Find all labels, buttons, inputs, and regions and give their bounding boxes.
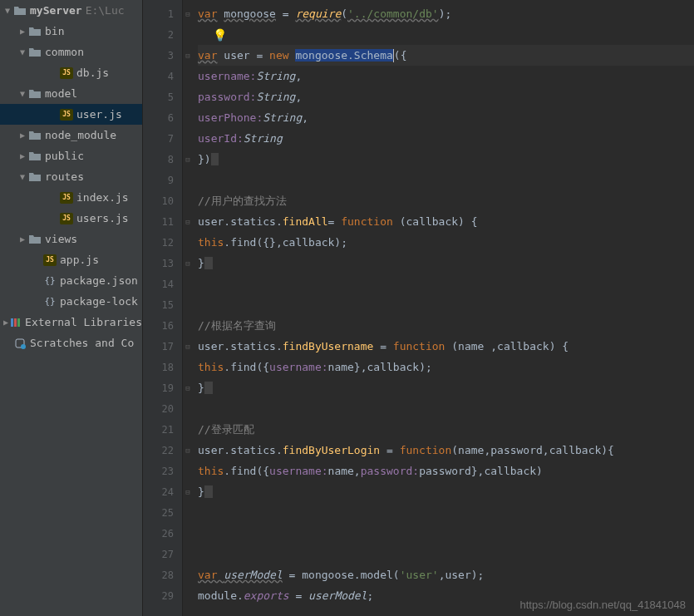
tree-root[interactable]: ▼ myServer E:\Luc [0,0,142,21]
line-number: 9 [143,170,182,190]
tree-item-package-json[interactable]: {}package.json [0,270,142,291]
fold-icon[interactable]: ⊟ [183,3,193,24]
svg-rect-0 [11,318,13,327]
tree-item-model[interactable]: ▼model [0,83,142,104]
line-number: 4 [143,66,182,86]
line-number: 25 [143,502,182,523]
code-line[interactable]: 💡 [198,24,694,45]
code-line[interactable]: //用户的查找方法 [198,190,694,211]
js-file-icon: JS [60,212,73,225]
chevron-down-icon[interactable]: ▼ [17,89,28,98]
scratches-label: Scratches and Co [30,337,134,349]
line-number-gutter: 1234567891011121314151617181920212223242… [143,0,183,616]
tree-item-label: public [45,150,84,162]
code-line[interactable]: this.find({username:name},callback); [198,357,694,377]
tree-item-label: views [45,233,77,245]
tree-item-views[interactable]: ▶views [0,229,142,249]
fold-gutter[interactable]: ⊟ ⊟ ⊟ ⊟ ⊟ ⊟ ⊟ ⊟ ⊟ [183,0,193,616]
code-line[interactable]: password:String, [198,86,694,107]
line-number: 16 [143,315,182,336]
code-content[interactable]: var mongoose = require('../common/db'); … [193,0,694,616]
fold-end-icon[interactable]: ⊟ [183,481,193,502]
tree-root-path: E:\Luc [86,4,125,17]
code-line[interactable]: userId:String [198,128,694,149]
fold-end-icon[interactable]: ⊟ [183,253,193,274]
code-line[interactable]: username:String, [198,66,694,86]
fold-icon[interactable]: ⊟ [183,45,193,66]
chevron-right-icon[interactable]: ▶ [17,27,28,36]
code-line[interactable]: user.statics.findByUsername = function (… [198,336,694,357]
code-line[interactable] [198,274,694,294]
line-number: 28 [143,564,182,585]
tree-item-app-js[interactable]: JSapp.js [0,249,142,270]
code-line[interactable] [198,294,694,315]
project-tree[interactable]: ▼ myServer E:\Luc ▶bin▼commonJSdb.js▼mod… [0,0,143,616]
svg-rect-2 [17,318,20,327]
code-line[interactable]: } [198,481,694,502]
code-line[interactable] [198,544,694,564]
code-line[interactable]: var user = new mongoose.Schema({ [198,45,694,66]
tree-item-routes[interactable]: ▼routes [0,166,142,187]
tree-item-users-js[interactable]: JSusers.js [0,208,142,229]
code-line[interactable]: }) [198,149,694,170]
code-line[interactable]: var userModel = mongoose.model('user',us… [198,564,694,585]
chevron-down-icon[interactable]: ▼ [17,172,28,181]
chevron-right-icon[interactable]: ▶ [17,131,28,140]
fold-icon[interactable]: ⊟ [183,336,193,357]
line-number: 21 [143,419,182,440]
tree-item-user-js[interactable]: JSuser.js [0,104,142,125]
line-number: 11 [143,211,182,232]
code-editor[interactable]: 1234567891011121314151617181920212223242… [143,0,694,616]
fold-icon[interactable]: ⊟ [183,211,193,232]
tree-item-db-js[interactable]: JSdb.js [0,62,142,83]
folder-icon [28,233,42,246]
code-line[interactable] [198,398,694,419]
tree-item-label: common [45,46,84,58]
tree-item-label: package-lock [60,295,138,308]
code-line[interactable]: var mongoose = require('../common/db'); [198,3,694,24]
chevron-down-icon[interactable]: ▼ [17,47,28,57]
library-icon [10,316,22,329]
folder-icon [28,150,42,163]
line-number: 15 [143,294,182,315]
folder-icon [28,25,42,38]
code-line[interactable]: //根据名字查询 [198,315,694,336]
line-number: 19 [143,377,182,398]
external-libraries-label: External Libraries [25,316,142,328]
tree-item-label: bin [45,25,64,37]
line-number: 3 [143,45,182,66]
tree-item-bin[interactable]: ▶bin [0,21,142,42]
fold-end-icon[interactable]: ⊟ [183,377,193,398]
code-line[interactable]: this.find({username:name,password:passwo… [198,461,694,481]
folder-icon [28,87,42,101]
json-file-icon: {} [43,295,57,308]
fold-icon[interactable]: ⊟ [183,440,193,461]
js-file-icon: JS [60,191,73,205]
code-line[interactable]: user.statics.findByUserLogin = function(… [198,440,694,461]
scratches[interactable]: Scratches and Co [0,333,142,353]
tree-item-node_module[interactable]: ▶node_module [0,125,142,145]
chevron-right-icon[interactable]: ▶ [17,234,28,244]
tree-item-index-js[interactable]: JSindex.js [0,187,142,208]
code-line[interactable] [198,502,694,523]
js-file-icon: JS [60,67,73,80]
code-line[interactable]: } [198,377,694,398]
tree-item-public[interactable]: ▶public [0,145,142,166]
folder-icon [28,129,42,142]
line-number: 7 [143,128,182,149]
intention-bulb-icon[interactable]: 💡 [198,28,227,42]
code-line[interactable] [198,170,694,190]
fold-end-icon[interactable]: ⊟ [183,149,193,170]
code-line[interactable]: userPhone:String, [198,107,694,128]
chevron-right-icon[interactable]: ▶ [17,151,28,160]
code-line[interactable]: user.statics.findAll= function (callback… [198,211,694,232]
tree-item-common[interactable]: ▼common [0,42,142,62]
code-line[interactable]: //登录匹配 [198,419,694,440]
line-number: 24 [143,481,182,502]
code-line[interactable] [198,523,694,544]
code-line[interactable]: this.find({},callback); [198,232,694,253]
tree-item-package-lock[interactable]: {}package-lock [0,291,142,312]
code-line[interactable]: } [198,253,694,274]
external-libraries[interactable]: ▶ External Libraries [0,312,142,333]
svg-rect-1 [14,318,17,327]
